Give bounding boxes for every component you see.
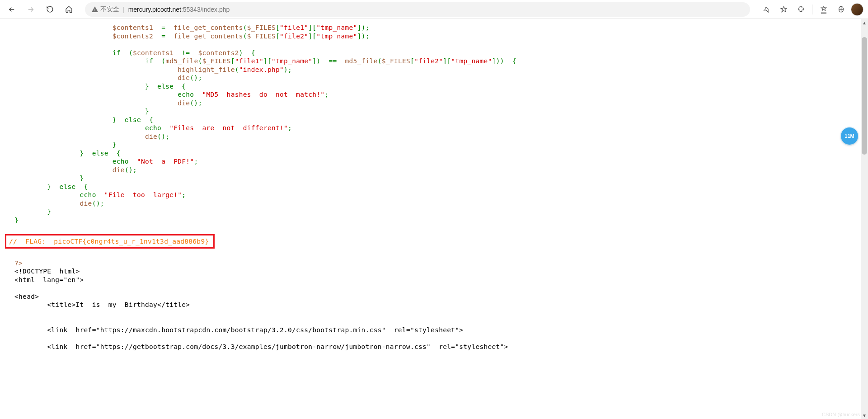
insecure-warning: 不安全 bbox=[91, 5, 119, 14]
flag-highlight-box: // FLAG: picoCTF{c0ngr4ts_u_r_1nv1t3d_aa… bbox=[5, 234, 215, 249]
back-button[interactable] bbox=[5, 2, 19, 17]
toolbar-icons bbox=[759, 2, 863, 17]
profile-avatar[interactable] bbox=[851, 3, 863, 16]
watermark: CSDN @huckers bbox=[822, 412, 860, 417]
vertical-scrollbar[interactable]: ▲ ▼ bbox=[861, 19, 868, 419]
favorite-icon[interactable] bbox=[776, 2, 791, 17]
toolbar-divider bbox=[812, 5, 812, 14]
forward-button[interactable] bbox=[23, 2, 38, 17]
badge-label: 11M bbox=[845, 133, 854, 139]
link-bootstrap: <link href="https://maxcdn.bootstrapcdn.… bbox=[31, 326, 463, 334]
flag-comment: // FLAG: picoCTF{c0ngr4ts_u_r_1nv1t3d_aa… bbox=[9, 238, 209, 245]
php-source-view: $contents1 = file_get_contents($_FILES["… bbox=[0, 19, 868, 369]
head-open-tag: <head> bbox=[14, 293, 39, 300]
html-open-tag: <html lang="en"> bbox=[14, 276, 84, 283]
url-path: :55343/index.php bbox=[181, 6, 230, 13]
address-bar[interactable]: 不安全 | mercury.picoctf.net:55343/index.ph… bbox=[85, 2, 750, 17]
insecure-label: 不安全 bbox=[100, 5, 119, 14]
refresh-button[interactable] bbox=[42, 2, 57, 17]
browser-toolbar: 不安全 | mercury.picoctf.net:55343/index.ph… bbox=[0, 0, 868, 19]
floating-badge[interactable]: 11M bbox=[841, 127, 858, 145]
scroll-thumb[interactable] bbox=[862, 37, 867, 155]
url: mercury.picoctf.net:55343/index.php bbox=[128, 6, 230, 13]
php-close-tag: ?> bbox=[14, 259, 23, 267]
collections-icon[interactable] bbox=[834, 2, 848, 17]
scroll-up-arrow[interactable]: ▲ bbox=[861, 19, 868, 26]
code-block: $contents1 = file_get_contents($_FILES["… bbox=[6, 24, 862, 351]
url-host: mercury.picoctf.net bbox=[128, 6, 181, 13]
favorites-list-icon[interactable] bbox=[816, 2, 831, 17]
address-separator: | bbox=[123, 6, 125, 13]
page-viewport: $contents1 = file_get_contents($_FILES["… bbox=[0, 19, 868, 419]
scroll-down-arrow[interactable]: ▼ bbox=[861, 412, 868, 419]
doctype-line: <!DOCTYPE html> bbox=[14, 268, 80, 275]
home-button[interactable] bbox=[61, 2, 76, 17]
read-aloud-icon[interactable] bbox=[759, 2, 774, 17]
title-line: <title>It is my Birthday</title> bbox=[31, 301, 190, 308]
extensions-icon[interactable] bbox=[793, 2, 808, 17]
link-jumbotron: <link href="https://getbootstrap.com/doc… bbox=[31, 343, 508, 350]
